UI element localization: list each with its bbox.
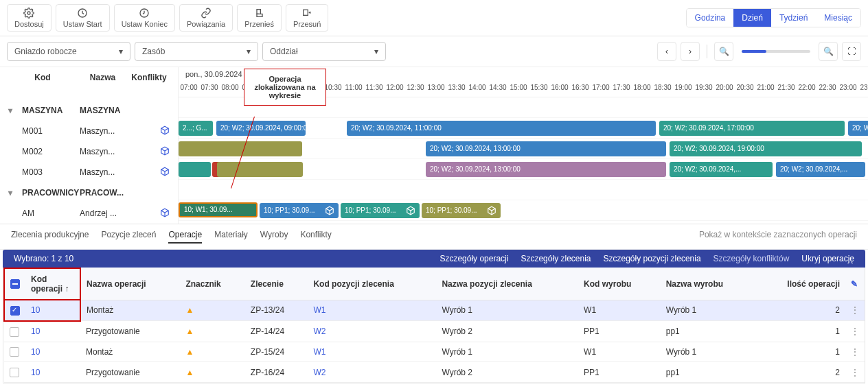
next-button[interactable]: ›: [681, 42, 700, 61]
conflict-details-button[interactable]: Szczegóły konfliktów: [713, 254, 790, 263]
row-menu-button[interactable]: ⋮: [851, 347, 859, 357]
hour-cell: 19:30: [694, 78, 714, 97]
select-all-checkbox[interactable]: [10, 279, 20, 289]
prev-button[interactable]: ‹: [657, 42, 676, 61]
th-item-name[interactable]: Nazwa pozycji zlecenia: [436, 268, 578, 300]
th-item-code[interactable]: Kod pozycji zlecenia: [308, 268, 436, 300]
move-label: Przenieś: [244, 20, 274, 28]
resource-group[interactable]: ▾MASZYNAMASZYNA: [0, 100, 178, 121]
set-end-button[interactable]: Ustaw Koniec: [114, 4, 175, 32]
table-row[interactable]: 10 Przygotowanie ▲ ZP-14/24 W2 Wyrób 2 P…: [4, 321, 865, 342]
bar-label: 20; W2; 30.09.2024,...: [674, 162, 741, 177]
gantt-bar[interactable]: 2...; G...: [179, 121, 213, 136]
gantt-bar[interactable]: 20; W2; 30.09.2024, 09:00:00: [216, 121, 306, 136]
row-menu-button[interactable]: ⋮: [851, 305, 859, 315]
item-code-link[interactable]: W2: [313, 368, 326, 377]
gantt-bar[interactable]: [179, 141, 302, 156]
tab-orders[interactable]: Zlecenia produkcyjne: [11, 230, 89, 244]
item-name-cell: Wyrób 2: [436, 362, 578, 383]
hour-cell: 14:30: [488, 78, 508, 97]
dept-dropdown[interactable]: Oddział ▾: [262, 42, 386, 61]
view-month[interactable]: Miesiąc: [816, 9, 860, 27]
row-checkbox[interactable]: [10, 347, 19, 357]
gantt-bar[interactable]: 10; PP1; 30.09...: [341, 203, 420, 218]
zoom-slider[interactable]: [742, 50, 810, 53]
gantt-bar[interactable]: 20; W2; 30.09.2024,...: [776, 162, 865, 177]
table-row[interactable]: 10 Montaż ▲ ZP-15/24 W1 Wyrób 1 W1 Wyrób…: [4, 342, 865, 362]
op-code-link[interactable]: 10: [31, 327, 40, 336]
tab-products[interactable]: Wyroby: [260, 230, 288, 244]
row-checkbox[interactable]: [10, 306, 20, 316]
op-code-link[interactable]: 10: [31, 347, 40, 357]
table-row[interactable]: 10 Przygotowanie ▲ ZP-16/24 W2 Wyrób 2 P…: [4, 362, 865, 383]
resource-row[interactable]: AMAndrzej ...: [0, 203, 178, 224]
annotation-box: Operacja zlokalizowana na wykresie: [244, 69, 326, 106]
tab-order-items[interactable]: Pozycje zleceń: [101, 230, 156, 244]
gantt-bar[interactable]: 10; PP1; 30.09...: [260, 203, 339, 218]
count-cell: 2: [756, 362, 845, 383]
resource-row[interactable]: M002Maszyn...: [0, 141, 178, 162]
gantt-bar[interactable]: [217, 162, 303, 177]
item-code-link[interactable]: W2: [313, 327, 326, 336]
fullscreen-button[interactable]: ⛶: [842, 42, 861, 61]
tab-operations[interactable]: Operacje: [168, 230, 202, 244]
zoom-in-button[interactable]: 🔍: [819, 42, 838, 61]
resource-row[interactable]: M003Maszyn...: [0, 162, 178, 182]
order-details-button[interactable]: Szczegóły zlecenia: [521, 254, 591, 263]
order-cell: ZP-15/24: [245, 342, 308, 362]
group-name: MASZYNA: [80, 106, 170, 115]
gantt-bar[interactable]: 20; W2; 30.09.2024, 19:00:00: [670, 141, 862, 156]
hour-cell: 07:30: [199, 78, 220, 97]
item-code-link[interactable]: W1: [313, 305, 326, 315]
shift-button[interactable]: Przesuń: [286, 4, 328, 32]
gantt-resource-list: Kod Nazwa Konflikty ▾MASZYNAMASZYNAM001M…: [0, 67, 179, 224]
move-button[interactable]: Przenieś: [237, 4, 282, 32]
item-details-button[interactable]: Szczegóły pozycji zlecenia: [604, 254, 701, 263]
item-code-link[interactable]: W1: [313, 347, 326, 357]
view-day[interactable]: Dzień: [733, 9, 771, 27]
cube-icon: [325, 206, 334, 215]
links-button[interactable]: Powiązania: [179, 4, 233, 32]
th-prod-name[interactable]: Nazwa wyrobu: [661, 268, 756, 300]
th-order[interactable]: Zlecenie: [245, 268, 308, 300]
op-details-button[interactable]: Szczegóły operacji: [439, 254, 508, 263]
gantt-bar[interactable]: 20; W2; 30.09.2024: [848, 121, 868, 136]
th-op-name[interactable]: Nazwa operacji: [80, 268, 180, 300]
gantt-bar[interactable]: 20; W2; 30.09.2024, 17:00:00: [659, 121, 845, 136]
gantt-panel: Kod Nazwa Konflikty ▾MASZYNAMASZYNAM001M…: [0, 67, 868, 224]
op-code-link[interactable]: 10: [31, 368, 40, 377]
gantt-bar[interactable]: 20; W2; 30.09.2024, 13:00:00: [426, 141, 666, 156]
view-hour[interactable]: Godzina: [687, 9, 734, 27]
hide-op-button[interactable]: Ukryj operację: [801, 254, 854, 263]
gantt-bar[interactable]: 20; W2; 30.09.2024,...: [670, 162, 773, 177]
resource-label: Zasób: [142, 47, 165, 56]
edit-columns-icon[interactable]: ✎: [851, 279, 858, 289]
th-op-count[interactable]: Ilość operacji: [787, 279, 840, 289]
row-checkbox[interactable]: [10, 368, 19, 377]
customize-button[interactable]: Dostosuj: [7, 4, 52, 32]
view-week[interactable]: Tydzień: [771, 9, 816, 27]
op-code-link[interactable]: 10: [31, 305, 40, 315]
gantt-bar[interactable]: 10; W1; 30.09...: [179, 202, 258, 217]
resource-row[interactable]: M001Maszyn...: [0, 121, 178, 141]
resource-group[interactable]: ▾PRACOWNICYPRACOW...: [0, 182, 178, 203]
gantt-bar[interactable]: [179, 162, 211, 177]
resource-dropdown[interactable]: Zasób ▾: [135, 42, 258, 61]
th-marker[interactable]: Znacznik: [180, 268, 244, 300]
row-checkbox[interactable]: [10, 327, 19, 337]
move-icon: [254, 8, 265, 19]
th-prod-code[interactable]: Kod wyrobu: [578, 268, 661, 300]
gantt-bar[interactable]: 20; W2; 30.09.2024, 13:00:00: [426, 162, 666, 177]
zoom-out-button[interactable]: 🔍: [714, 42, 733, 61]
gantt-bar[interactable]: 20; W2; 30.09.2024, 11:00:00: [347, 121, 656, 136]
set-start-button[interactable]: Ustaw Start: [56, 4, 110, 32]
tab-materials[interactable]: Materiały: [214, 230, 248, 244]
tab-conflicts[interactable]: Konflikty: [300, 230, 331, 244]
bar-label: 20; W2; 30.09.2024, 13:00:00: [430, 141, 521, 156]
row-menu-button[interactable]: ⋮: [851, 327, 859, 336]
th-op-code[interactable]: Kod operacji: [31, 274, 62, 294]
workcenter-dropdown[interactable]: Gniazdo robocze ▾: [7, 42, 130, 61]
gantt-bar[interactable]: 10; PP1; 30.09...: [422, 203, 501, 218]
table-row[interactable]: 10 Montaż ▲ ZP-13/24 W1 Wyrób 1 W1 Wyrób…: [4, 300, 865, 321]
row-menu-button[interactable]: ⋮: [851, 368, 859, 377]
